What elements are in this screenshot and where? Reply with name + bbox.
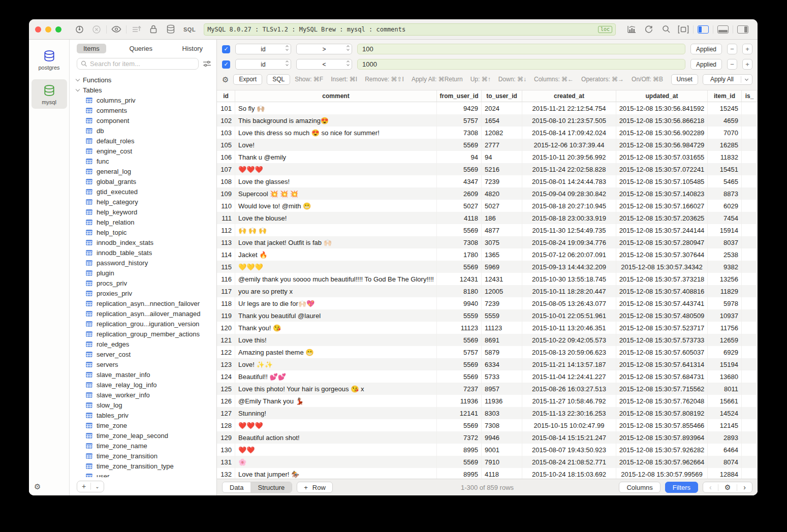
plus-icon[interactable]: +	[77, 481, 90, 492]
sidebar-table-item[interactable]: time_zone_name	[75, 441, 216, 451]
table-row[interactable]: 120Thank you! 😘11123111232015-10-11 13:2…	[217, 322, 758, 334]
cell[interactable]: So fly 🙌🏼	[235, 102, 437, 114]
cell[interactable]: 2015-12-08 15:30:56.841592	[616, 102, 708, 114]
filter-applied-button[interactable]: Applied	[690, 59, 722, 70]
table-row[interactable]: 106Thank u @emily94942015-10-11 20:39:56…	[217, 151, 758, 163]
cell[interactable]: 2015-12-08 15:30:57.203625	[616, 212, 708, 224]
cell[interactable]: 15451	[708, 163, 742, 175]
cell[interactable]: 112	[217, 224, 235, 236]
filter-value-input[interactable]: 100	[357, 44, 685, 54]
cell[interactable]	[742, 383, 758, 395]
cell[interactable]: 117	[217, 285, 235, 297]
cell[interactable]: 2015-12-08 15:30:57.641314	[616, 358, 708, 370]
remove-filter-button[interactable]: −	[727, 44, 737, 54]
cell[interactable]: 2015-12-08 15:30:57.926282	[616, 444, 708, 456]
cell[interactable]: 2015-11-04 12:24:41.227	[522, 370, 616, 383]
cell[interactable]: 2015-08-10 21:23:57.505	[522, 114, 616, 127]
table-row[interactable]: 108Love the glasses!434772392015-08-01 1…	[217, 175, 758, 187]
sidebar-table-item[interactable]: time_zone	[75, 420, 216, 430]
cell[interactable]: 4659	[708, 114, 742, 127]
table-row[interactable]: 118Ur legs are to die for🙌🏻💖994072392015…	[217, 297, 758, 309]
cell[interactable]	[742, 309, 758, 322]
table-row[interactable]: 114Jacket 🔥178013652015-07-12 06:20:07.0…	[217, 248, 758, 261]
table-row[interactable]: 117you are so pretty x8180120052015-10-1…	[217, 285, 758, 297]
cell[interactable]: 2015-11-13 22:30:16.253	[522, 407, 616, 419]
cell[interactable]: 11829	[708, 285, 742, 297]
cell[interactable]: 9940	[437, 297, 482, 309]
cell[interactable]: 2015-11-21 22:12:54.754	[522, 102, 616, 114]
cell[interactable]: 132	[217, 468, 235, 479]
cell[interactable]: 8303	[482, 407, 522, 419]
cell[interactable]	[742, 407, 758, 419]
cell[interactable]: Love the glasses!	[235, 175, 437, 187]
cell[interactable]: 8873	[708, 187, 742, 200]
cell[interactable]: Love this photo! Your hair is gorgeous 😘…	[235, 383, 437, 395]
cell[interactable]	[742, 334, 758, 346]
close-button[interactable]	[35, 26, 41, 33]
cell[interactable]: 8995	[437, 444, 482, 456]
cell[interactable]: 6464	[708, 444, 742, 456]
toggle-bottom-panel-icon[interactable]	[714, 24, 732, 35]
table-row[interactable]: 112🙌 🙌 🙌556948772015-11-30 12:54:49.7352…	[217, 224, 758, 236]
cell[interactable]: 2015-08-01 14:24:44.783	[522, 175, 616, 187]
cell[interactable]: 186	[482, 212, 522, 224]
cell[interactable]: 5569	[437, 419, 482, 431]
cell[interactable]: 2015-12-08 15:30:57.480509	[616, 309, 708, 322]
cell[interactable]	[742, 187, 758, 200]
cell[interactable]	[742, 346, 758, 358]
cell[interactable]: 8957	[482, 383, 522, 395]
refresh-icon[interactable]	[640, 24, 657, 35]
cell[interactable]: 2015-10-01 22:05:51.961	[522, 309, 616, 322]
chevron-down-icon[interactable]: ⌄	[91, 484, 103, 489]
cell[interactable]: 2015-11-21 14:13:57.187	[522, 358, 616, 370]
cell[interactable]: 2024	[482, 102, 522, 114]
sidebar-table-item[interactable]: engine_cost	[75, 146, 216, 156]
cell[interactable]: 7239	[482, 297, 522, 309]
cell[interactable]: ❤️❤️	[235, 444, 437, 456]
cell[interactable]	[742, 456, 758, 468]
table-row[interactable]: 132Love that jumper! 🏇899541182015-10-24…	[217, 468, 758, 479]
cell[interactable]	[742, 431, 758, 444]
cell[interactable]: 5733	[482, 370, 522, 383]
cell[interactable]	[742, 236, 758, 248]
cell[interactable]: 108	[217, 175, 235, 187]
cell[interactable]: Love!	[235, 139, 437, 151]
cell[interactable]: 128	[217, 419, 235, 431]
remove-filter-button[interactable]: −	[727, 59, 737, 70]
sidebar-table-item[interactable]: gtid_executed	[75, 186, 216, 197]
cell[interactable]: Thank u @emily	[235, 151, 437, 163]
cell[interactable]: 107	[217, 163, 235, 175]
cell[interactable]: 12141	[437, 407, 482, 419]
sidebar-table-item[interactable]: innodb_index_stats	[75, 237, 216, 247]
cell[interactable]: 111	[217, 212, 235, 224]
cell[interactable]: 122	[217, 346, 235, 358]
cell[interactable]: 118	[217, 297, 235, 309]
cell[interactable]: 8074	[708, 456, 742, 468]
cell[interactable]: 12659	[708, 334, 742, 346]
cell[interactable]: 2015-10-11 20:39:56.992	[522, 151, 616, 163]
cell[interactable]: 113	[217, 236, 235, 248]
cell[interactable]: 5569	[437, 334, 482, 346]
cell[interactable]: 129	[217, 431, 235, 444]
cell[interactable]: 5027	[437, 200, 482, 212]
sidebar-table-item[interactable]: slave_worker_info	[75, 390, 216, 400]
cell[interactable]	[742, 419, 758, 431]
cell[interactable]: 2015-08-24 19:09:34.776	[522, 236, 616, 248]
cell[interactable]: 13680	[708, 370, 742, 383]
sidebar-table-item[interactable]: time_zone_leap_second	[75, 430, 216, 441]
cell[interactable]: 2015-10-30 13:55:18.745	[522, 273, 616, 285]
cell[interactable]: Beautiful action shot!	[235, 431, 437, 444]
cell[interactable]: 2015-12-08 15:30:56.866218	[616, 114, 708, 127]
filter-value-input[interactable]: 1000	[357, 59, 685, 70]
column-header[interactable]: to_user_id	[482, 90, 522, 102]
cell[interactable]: 8180	[437, 285, 482, 297]
cell[interactable]: 2015-12-08 15:30:57.99569	[616, 468, 708, 479]
table-row[interactable]: 124Beautiful!! 💕💕556957332015-11-04 12:2…	[217, 370, 758, 383]
toggle-right-panel-icon[interactable]	[734, 24, 751, 35]
cell[interactable]: 2015-12-08 15:30:57.031655	[616, 151, 708, 163]
cell[interactable]: 2015-07-12 06:20:07.091	[522, 248, 616, 261]
table-row[interactable]: 105Love!556927772015-12-06 10:37:39.4420…	[217, 139, 758, 151]
cell[interactable]: 94	[437, 151, 482, 163]
cell[interactable]: 4347	[437, 175, 482, 187]
cell[interactable]: 4877	[482, 224, 522, 236]
